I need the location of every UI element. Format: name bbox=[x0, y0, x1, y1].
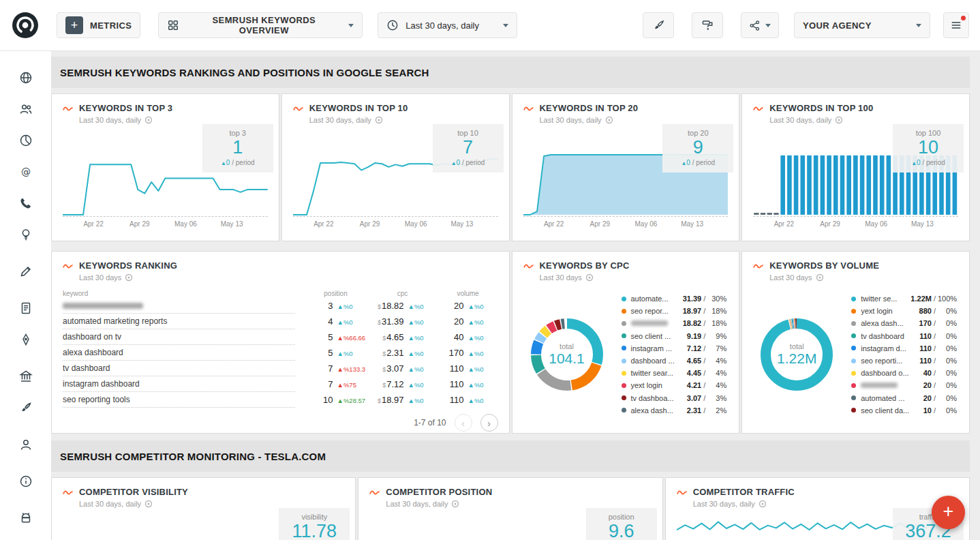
info-icon[interactable] bbox=[816, 273, 824, 282]
legend-label: instagram d... bbox=[861, 344, 906, 352]
delta-badge: ▲%0 bbox=[468, 318, 498, 326]
info-icon[interactable] bbox=[144, 500, 153, 508]
legend-percent: 0% bbox=[938, 319, 957, 327]
theme-brush-icon bbox=[652, 19, 665, 32]
pagination-prev-button[interactable]: ‹ bbox=[455, 414, 472, 432]
clock-icon bbox=[386, 19, 399, 31]
delta-badge: ▲%0 bbox=[337, 318, 367, 326]
agency-selector[interactable]: YOUR AGENCY bbox=[794, 12, 930, 38]
sidebar-item-templates[interactable] bbox=[10, 292, 42, 324]
sidebar-item-billing[interactable] bbox=[10, 361, 42, 392]
legend-percent: 0% bbox=[938, 307, 957, 315]
card-subtitle: Last 30 days, daily bbox=[79, 500, 141, 508]
delta-badge: ▲%0 bbox=[408, 350, 438, 357]
sidebar-item-design[interactable] bbox=[10, 324, 42, 355]
semrush-icon bbox=[369, 488, 380, 496]
pagination-label: 1-7 of 10 bbox=[414, 418, 446, 427]
card-keywords-by-cpc: KEYWORDS BY CPC Last 30 days total 104.1 bbox=[512, 251, 740, 434]
donut-chart-cpc: total 104.1 bbox=[526, 314, 608, 395]
sidebar-item-usage[interactable] bbox=[10, 125, 42, 156]
delta-badge: ▲%0 bbox=[468, 350, 498, 357]
legend-item: yext login880/0% bbox=[851, 305, 957, 317]
info-icon[interactable] bbox=[125, 273, 133, 282]
legend-value: 3.07 bbox=[687, 394, 701, 402]
stat-visibility: visibility 11.78 bbox=[279, 508, 350, 540]
legend-item: seo repor...18.97/18% bbox=[622, 305, 727, 317]
legend-dot bbox=[622, 395, 626, 400]
add-widget-fab[interactable]: + bbox=[932, 496, 965, 529]
info-icon bbox=[19, 475, 33, 488]
legend-label: dashboard o... bbox=[861, 369, 908, 377]
legend-value: 110 bbox=[919, 344, 932, 352]
legend-value: 31.39 bbox=[683, 295, 702, 303]
x-axis-label: May 13 bbox=[450, 220, 473, 228]
delta-badge: ▲%0 bbox=[468, 334, 498, 342]
legend-volume: twitter se...1.22M/100%yext login880/0%a… bbox=[851, 292, 958, 417]
x-axis-label: May 13 bbox=[911, 220, 934, 228]
legend-dot bbox=[622, 371, 626, 376]
competitor-row: COMPETITOR VISIBILITY Last 30 days, dail… bbox=[51, 477, 970, 540]
delta-badge: ▲%0 bbox=[408, 381, 438, 389]
legend-item: seo reporti...110/0% bbox=[851, 355, 957, 367]
sidebar-item-web[interactable] bbox=[10, 62, 42, 93]
pagination: 1-7 of 10 ‹ › bbox=[63, 414, 498, 432]
x-axis: Apr 22Apr 29May 06May 13 bbox=[753, 220, 958, 230]
info-icon[interactable] bbox=[585, 273, 594, 282]
legend-dot bbox=[622, 297, 626, 301]
info-icon[interactable] bbox=[451, 500, 459, 508]
delta-badge: ▲%28.57 bbox=[337, 397, 367, 404]
card-title: KEYWORDS IN TOP 3 bbox=[79, 103, 172, 113]
sidebar-item-ideas[interactable] bbox=[10, 219, 42, 250]
legend-label: seo client da... bbox=[861, 406, 909, 415]
card-subtitle: Last 30 days, daily bbox=[540, 116, 602, 124]
info-icon[interactable] bbox=[375, 116, 383, 124]
add-metrics-button[interactable]: + METRICS bbox=[57, 12, 140, 38]
card-subtitle: Last 30 days bbox=[540, 273, 582, 282]
legend-value: 880 bbox=[919, 307, 932, 315]
position-cell: 10▲%28.57 bbox=[305, 392, 367, 408]
sidebar-item-info[interactable] bbox=[10, 466, 42, 497]
dashboard-selector[interactable]: SEMRUSH KEYWORDS OVERVIEW bbox=[158, 12, 363, 38]
legend-item: yext login4.21/4% bbox=[622, 379, 727, 391]
sidebar-item-integrations[interactable] bbox=[10, 502, 42, 534]
sidebar-item-calls[interactable] bbox=[10, 188, 42, 219]
card-keywords-ranking: KEYWORDS RANKING Last 30 days keyword po… bbox=[51, 251, 510, 434]
theme-button[interactable] bbox=[643, 12, 674, 38]
time-range-selector[interactable]: Last 30 days, daily bbox=[378, 12, 517, 38]
whitelabel-roller-icon bbox=[701, 19, 714, 32]
sidebar-item-account[interactable] bbox=[10, 429, 42, 460]
sidebar-item-edit[interactable] bbox=[10, 256, 42, 287]
share-button[interactable] bbox=[741, 12, 779, 38]
info-icon[interactable] bbox=[759, 500, 767, 508]
card-subtitle: Last 30 days, daily bbox=[386, 500, 448, 508]
column-header-keyword: keyword bbox=[63, 290, 295, 297]
x-axis: Apr 22Apr 29May 06May 13 bbox=[523, 220, 729, 230]
legend-cpc: automate...31.39/30%seo repor...18.97/18… bbox=[622, 292, 729, 417]
legend-percent: 4% bbox=[707, 357, 726, 365]
section-header-competitors: SEMRUSH COMPETITOR MONITORING - TESLA.CO… bbox=[51, 440, 970, 472]
design-icon bbox=[19, 333, 33, 346]
info-icon[interactable] bbox=[605, 116, 613, 124]
chevron-down-icon bbox=[503, 24, 508, 27]
table-row: automated marketing reports4▲%0$31.39▲%0… bbox=[63, 314, 498, 329]
info-icon[interactable] bbox=[835, 116, 843, 124]
sidebar-item-branding[interactable] bbox=[10, 392, 42, 423]
menu-button[interactable] bbox=[943, 12, 969, 38]
sidebar-item-clients[interactable] bbox=[10, 93, 42, 125]
card-keywords-by-volume: KEYWORDS BY VOLUME Last 30 days total 1.… bbox=[741, 251, 970, 434]
clients-icon bbox=[19, 102, 33, 116]
section-title: SEMRUSH KEYWORDS RANKINGS AND POSITIONS … bbox=[60, 67, 429, 78]
info-icon[interactable] bbox=[144, 116, 153, 124]
x-axis-label: May 06 bbox=[174, 220, 197, 228]
logo-icon bbox=[12, 12, 39, 39]
legend-item: seo client da...10/0% bbox=[851, 404, 957, 417]
card-keywords-top100: KEYWORDS IN TOP 100 Last 30 days, daily … bbox=[741, 93, 970, 241]
whitelabel-button[interactable] bbox=[692, 12, 723, 38]
octoboard-logo[interactable] bbox=[12, 12, 39, 39]
pagination-next-button[interactable]: › bbox=[480, 414, 498, 432]
x-axis-label: Apr 22 bbox=[774, 220, 794, 228]
legend-item: 18.82/18% bbox=[622, 317, 727, 329]
stat-top100: top 100 10 ▲0 / period bbox=[893, 124, 964, 172]
sidebar-item-mentions[interactable]: @ bbox=[10, 156, 42, 188]
legend-percent: 0% bbox=[938, 344, 957, 352]
